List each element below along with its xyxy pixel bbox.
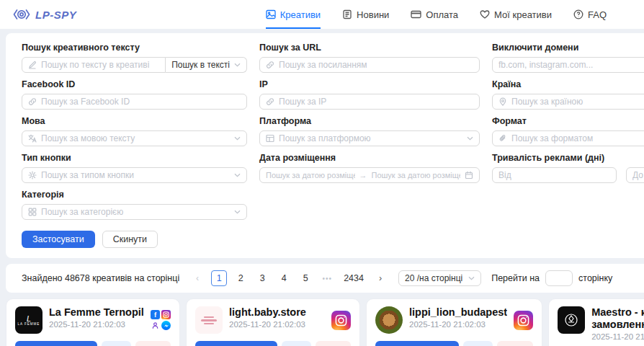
creative-card[interactable]: L LA FEMME La Femme Ternopil 2025-11-20 … bbox=[6, 298, 180, 346]
paperclip-icon bbox=[498, 134, 507, 143]
creative-card[interactable]: Maestro - кухні, меблі замовлення в Ужго… bbox=[548, 298, 644, 346]
field-url: Пошук за URL bbox=[259, 43, 480, 73]
format-input[interactable] bbox=[511, 131, 644, 146]
format-select[interactable] bbox=[492, 130, 644, 146]
country-input[interactable] bbox=[511, 94, 644, 109]
audience-network-icon bbox=[151, 321, 160, 330]
duration-from-input[interactable] bbox=[498, 168, 610, 182]
prev-page-button[interactable]: ‹ bbox=[189, 270, 205, 286]
category-input[interactable] bbox=[41, 205, 230, 219]
page-button-1[interactable]: 1 bbox=[211, 270, 227, 286]
avatar-caption: LA FEMME bbox=[18, 322, 40, 326]
logo[interactable]: LP-SPY bbox=[13, 8, 76, 21]
button-type-select[interactable] bbox=[22, 167, 247, 183]
image-icon bbox=[266, 9, 276, 19]
language-select[interactable] bbox=[22, 130, 247, 146]
duration-to-input[interactable] bbox=[632, 168, 644, 182]
creative-title: light.baby.store bbox=[229, 306, 325, 319]
translate-icon bbox=[28, 134, 37, 143]
creative-text-input[interactable] bbox=[41, 58, 159, 72]
page-button-2[interactable]: 2 bbox=[233, 270, 249, 286]
page: LP-SPY Креативи Новини Оплата Мої креати… bbox=[0, 0, 644, 346]
category-grid-icon bbox=[28, 208, 37, 216]
days-active-button[interactable]: 3 days bbox=[195, 341, 277, 346]
map-pin-icon bbox=[498, 97, 507, 106]
nav-tab-my-creatives[interactable]: Мої креативи bbox=[480, 0, 552, 29]
favorite-button[interactable] bbox=[497, 341, 533, 346]
button-type-input[interactable] bbox=[41, 168, 230, 182]
logo-text: LP-SPY bbox=[35, 9, 76, 21]
days-active-button[interactable]: 0 days bbox=[375, 341, 459, 346]
view-button[interactable] bbox=[463, 341, 493, 346]
next-page-button[interactable]: › bbox=[372, 270, 388, 286]
ip-input[interactable] bbox=[279, 94, 473, 109]
results-toolbar: Знайдено 48678 креативів на сторінці ‹ 1… bbox=[6, 264, 644, 293]
creative-title: Maestro - кухні, меблі замовлення в Ужго… bbox=[591, 306, 644, 331]
view-button[interactable] bbox=[282, 341, 311, 346]
platform-select[interactable] bbox=[259, 130, 480, 146]
creative-text-input-wrap bbox=[22, 57, 166, 73]
eye-logo-icon bbox=[13, 8, 30, 21]
reset-button[interactable]: Скинути bbox=[102, 231, 158, 248]
platform-input[interactable] bbox=[279, 131, 462, 146]
nav-label: FAQ bbox=[588, 9, 607, 20]
field-ip: IP bbox=[259, 79, 480, 110]
field-label: IP bbox=[259, 79, 480, 89]
category-select[interactable] bbox=[22, 204, 247, 220]
nav-label: Мої креативи bbox=[494, 9, 552, 20]
nav-tab-creatives[interactable]: Креативи bbox=[266, 0, 321, 29]
facebook-id-input[interactable] bbox=[41, 94, 241, 109]
apply-button[interactable]: Застосувати bbox=[22, 231, 95, 248]
url-input[interactable] bbox=[279, 58, 473, 72]
goto-page: Перейти на сторінку bbox=[491, 270, 612, 286]
page-button-5[interactable]: 5 bbox=[298, 270, 313, 286]
nav-tab-faq[interactable]: FAQ bbox=[573, 0, 607, 29]
favorite-button[interactable] bbox=[316, 341, 351, 346]
field-button-type: Тип кнопки bbox=[22, 153, 247, 183]
goto-page-input[interactable] bbox=[545, 270, 573, 286]
question-icon bbox=[573, 9, 583, 19]
pagination: ‹ 1 2 3 4 5 ••• 2434 › bbox=[189, 270, 388, 286]
calendar-icon bbox=[465, 171, 473, 179]
field-creative-text: Пошук креативного тексту Пошук в тексті bbox=[22, 43, 247, 73]
creative-date: 2025-11-20 21:02:03 bbox=[49, 320, 144, 329]
view-button[interactable] bbox=[102, 341, 131, 346]
chevron-down-icon bbox=[467, 136, 473, 141]
language-input[interactable] bbox=[41, 131, 230, 146]
creative-card[interactable]: light.baby.store 2025-11-20 21:02:03 3 d… bbox=[186, 298, 360, 346]
results-summary: Знайдено 48678 креативів на сторінці bbox=[22, 273, 179, 283]
page-button-3[interactable]: 3 bbox=[254, 270, 270, 286]
per-page-label: 20 /на сторінці bbox=[405, 273, 462, 283]
top-header: LP-SPY Креативи Новини Оплата Мої креати… bbox=[0, 0, 644, 29]
pagination-ellipsis[interactable]: ••• bbox=[319, 270, 335, 286]
field-label: Категорія bbox=[22, 190, 247, 200]
field-duration: Тривалість реклами (дні) bbox=[492, 153, 644, 183]
creative-title: La Femme Ternopil bbox=[49, 306, 144, 319]
date-from-input[interactable] bbox=[266, 168, 355, 182]
text-search-mode-select[interactable]: Пошук в тексті bbox=[166, 57, 247, 73]
nav-tab-news[interactable]: Новини bbox=[342, 0, 389, 29]
date-to-input[interactable] bbox=[372, 168, 461, 182]
exclude-domains-input[interactable] bbox=[498, 58, 644, 72]
creative-date: 2025-11-20 21:02:03 bbox=[229, 320, 325, 329]
creative-date: 2025-11-20 21:02:03 bbox=[409, 320, 507, 329]
chevron-down-icon bbox=[468, 276, 475, 280]
page-button-last[interactable]: 2434 bbox=[341, 270, 367, 286]
creative-card[interactable]: lippi_lion_budapest 2025-11-20 21:02:03 … bbox=[366, 298, 542, 346]
days-active-button[interactable]: 3 days bbox=[15, 341, 97, 346]
avatar bbox=[375, 306, 403, 334]
favorite-button[interactable] bbox=[135, 341, 171, 346]
field-label: Пошук креативного тексту bbox=[22, 43, 247, 53]
field-label: Мова bbox=[22, 116, 247, 126]
nav-label: Оплата bbox=[426, 9, 458, 20]
nav-tab-payment[interactable]: Оплата bbox=[411, 0, 458, 29]
instagram-icon bbox=[161, 310, 171, 319]
page-button-4[interactable]: 4 bbox=[276, 270, 292, 286]
creatives-list: L LA FEMME La Femme Ternopil 2025-11-20 … bbox=[6, 298, 644, 346]
field-placement-date: Дата розміщення → bbox=[259, 153, 480, 183]
field-label: Пошук за URL bbox=[259, 43, 480, 53]
per-page-select[interactable]: 20 /на сторінці bbox=[398, 270, 481, 286]
date-range-picker[interactable]: → bbox=[259, 167, 480, 183]
news-icon bbox=[342, 9, 352, 19]
card-icon bbox=[411, 9, 421, 19]
